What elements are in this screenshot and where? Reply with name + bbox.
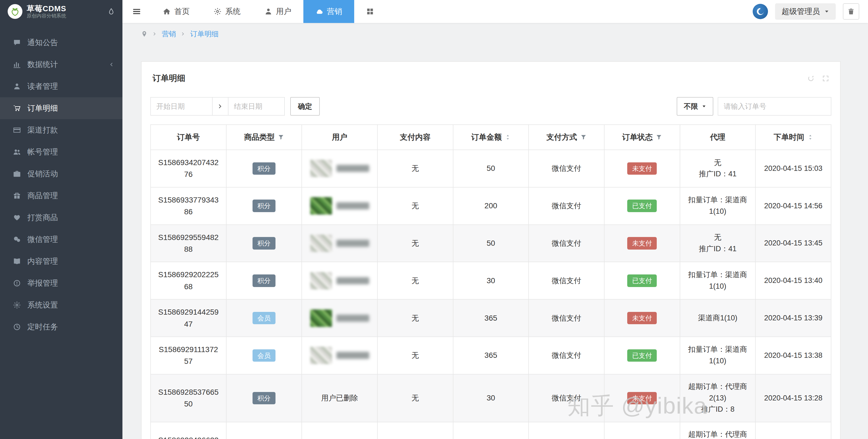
sort-icon[interactable] (505, 134, 510, 141)
trash-icon (847, 8, 855, 15)
breadcrumb-order-detail[interactable]: 订单明细 (190, 29, 219, 39)
product-type-cell: 积分 (226, 262, 302, 299)
status-badge: 未支付 (627, 237, 657, 250)
column-header-time: 下单时间 (755, 125, 831, 150)
comment-icon (13, 39, 21, 46)
cart-icon (13, 104, 21, 112)
filter-bar: 确定 不限 (142, 89, 840, 124)
product-type-cell: 会员 (226, 299, 302, 337)
hamburger-icon (132, 7, 141, 16)
status-cell: 未支付 (604, 299, 680, 337)
agent-text: 无 推广ID：41 (685, 157, 751, 180)
sidebar-item-report[interactable]: 举报管理 (0, 272, 122, 294)
user-cell (302, 150, 377, 187)
product-type-badge: 会员 (252, 349, 276, 362)
order-no-text: S158692955948288 (157, 231, 220, 255)
sidebar-item-label: 促销活动 (27, 169, 58, 179)
gear-icon (214, 8, 221, 15)
sidebar-item-promotions[interactable]: 促销活动 (0, 163, 122, 185)
column-header-content: 下单时间 (774, 132, 813, 143)
brand-avatar[interactable] (753, 4, 768, 19)
column-header-user: 用户 (302, 125, 377, 150)
sidebar-item-products[interactable]: 商品管理 (0, 185, 122, 207)
blurred-user (306, 197, 373, 215)
confirm-button[interactable]: 确定 (290, 97, 320, 116)
sidebar-item-readers[interactable]: 读者管理 (0, 75, 122, 97)
sidebar-item-order-detail[interactable]: 订单明细 (0, 97, 122, 119)
order-no-text: S158693377934386 (157, 194, 220, 218)
refresh-icon[interactable] (807, 75, 814, 82)
topnav-item-system[interactable]: 系统 (202, 0, 252, 23)
table-row: S158692955948288积分无50微信支付未支付无 推广ID：41202… (151, 225, 831, 262)
topnav-item-home[interactable]: 首页 (151, 0, 202, 23)
user-cell: 用户已删除 (302, 422, 377, 439)
table-row: S158692920222568积分无30微信支付已支付扣量订单：渠道商1(10… (151, 262, 831, 299)
card-title: 订单明细 (153, 73, 185, 84)
order-no-text: S158692911137257 (157, 344, 220, 367)
pay-method-cell: 微信支付 (529, 262, 604, 299)
user-avatar (310, 272, 332, 289)
trash-button[interactable] (843, 3, 859, 20)
sidebar-toggle-button[interactable] (122, 0, 151, 23)
status-cell: 未支付 (604, 374, 680, 422)
sidebar-item-statistics[interactable]: 数据统计 (0, 54, 122, 75)
sidebar-item-notice[interactable]: 通知公告 (0, 32, 122, 54)
funnel-icon[interactable] (656, 134, 662, 140)
content: 订单明细 确定 不限 (122, 45, 868, 439)
sidebar-item-accounts[interactable]: 帐号管理 (0, 141, 122, 163)
date-range-button[interactable] (212, 97, 228, 116)
table-row: S158693420743276积分无50微信支付未支付无 推广ID：41202… (151, 150, 831, 187)
caret-down-icon (702, 104, 706, 108)
order-no-text: S158692853766550 (157, 386, 220, 410)
order-no-input[interactable] (718, 97, 831, 116)
start-date-input[interactable] (150, 97, 213, 116)
topnav-item-apps[interactable] (354, 0, 386, 23)
column-header-pay-content: 支付内容 (377, 125, 453, 150)
admin-dropdown[interactable]: 超级管理员 (775, 3, 836, 20)
end-date-input[interactable] (228, 97, 285, 116)
blurred-username (336, 352, 369, 359)
status-badge: 已支付 (627, 199, 657, 212)
app-logo-text: 草莓CDMS 原创内容分销系统 (27, 4, 66, 19)
sidebar-item-reward-goods[interactable]: 打赏商品 (0, 207, 122, 228)
column-label: 用户 (332, 132, 347, 143)
time-cell: 2020-04-15 15:03 (755, 150, 831, 187)
table-body: S158693420743276积分无50微信支付未支付无 推广ID：41202… (151, 150, 831, 439)
app-subtitle: 原创内容分销系统 (27, 13, 66, 19)
topnav-item-marketing[interactable]: 营销 (303, 0, 354, 23)
product-type-cell: 积分 (226, 187, 302, 225)
sidebar-item-cron[interactable]: 定时任务 (0, 316, 122, 338)
user-cell (302, 299, 377, 337)
sort-icon[interactable] (808, 134, 813, 141)
sidebar-item-label: 系统设置 (27, 300, 58, 310)
sidebar-item-content[interactable]: 内容管理 (0, 250, 122, 272)
table-header-row: 订单号商品类型用户支付内容订单金额支付方式订单状态代理下单时间 (151, 125, 831, 150)
breadcrumb-marketing[interactable]: 营销 (162, 29, 176, 39)
amount-cell: 50 (453, 150, 529, 187)
agent-cell: 扣量订单：渠道商1(10) (680, 187, 756, 225)
report-icon (13, 279, 21, 287)
sidebar: 草莓CDMS 原创内容分销系统 通知公告数据统计读者管理订单明细渠道打款帐号管理… (0, 0, 122, 439)
time-cell: 2020-04-15 14:56 (755, 187, 831, 225)
chart-icon (13, 61, 21, 68)
table-row: S158692849662324会员用户已删除无365微信支付未支付超期订单：代… (151, 422, 831, 439)
swirl-icon (755, 6, 765, 17)
order-no-cell: S158693420743276 (151, 150, 226, 187)
user-avatar (310, 197, 332, 215)
agent-cell: 无 推广ID：41 (680, 225, 756, 262)
funnel-icon[interactable] (278, 134, 284, 140)
sidebar-item-channel-payout[interactable]: 渠道打款 (0, 119, 122, 141)
topnav-item-user[interactable]: 用户 (252, 0, 303, 23)
sidebar-item-settings[interactable]: 系统设置 (0, 294, 122, 316)
funnel-icon[interactable] (581, 134, 587, 140)
status-cell: 未支付 (604, 422, 680, 439)
column-label: 支付内容 (400, 132, 430, 143)
pay-content-cell: 无 (377, 262, 453, 299)
sidebar-item-wechat[interactable]: 微信管理 (0, 228, 122, 250)
status-limit-dropdown[interactable]: 不限 (677, 97, 713, 116)
expand-icon[interactable] (822, 75, 829, 82)
pay-method-cell: 微信支付 (529, 187, 604, 225)
heart-icon (13, 214, 21, 221)
time-cell: 2020-04-15 13:39 (755, 299, 831, 337)
order-no-cell: S158692849662324 (151, 422, 226, 439)
